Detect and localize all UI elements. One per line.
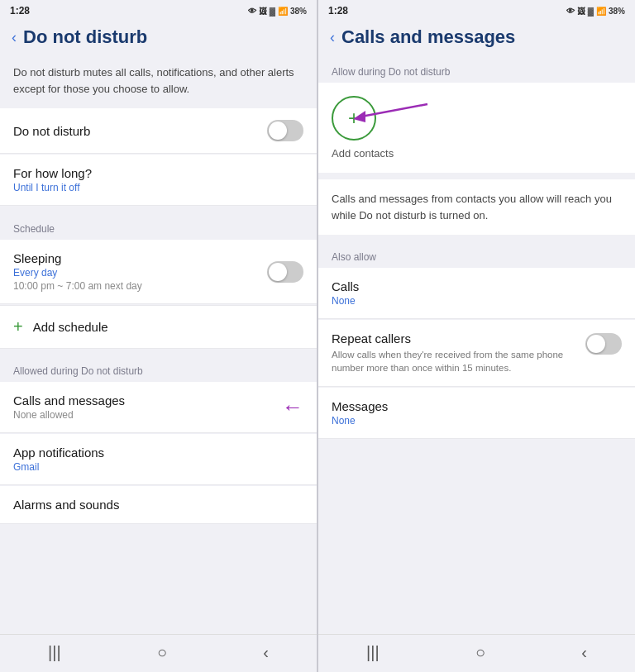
recent-apps-btn[interactable]: ||| <box>48 643 61 662</box>
purple-arrow-calls: ← <box>282 394 303 420</box>
recent-apps-btn-r[interactable]: ||| <box>366 643 380 662</box>
wifi-icon: ▓ <box>270 7 275 16</box>
app-notifications-sublabel: Gmail <box>13 461 303 473</box>
content-right: Allow during Do not disturb + Add contac… <box>318 56 635 634</box>
status-bar-left: 1:28 👁 🖼 ▓ 📶 38% <box>0 0 317 20</box>
allowed-section-label: Allowed during Do not disturb <box>0 355 317 382</box>
status-icons-right: 👁 🖼 ▓ 📶 38% <box>566 7 625 16</box>
dnd-description: Do not disturb mutes all calls, notifica… <box>0 56 317 108</box>
calls-value: None <box>332 295 622 307</box>
svg-marker-1 <box>353 111 365 122</box>
bottom-nav-right: ||| ○ ‹ <box>318 634 635 672</box>
sleeping-sublabel2: 10:00 pm ~ 7:00 am next day <box>13 280 142 292</box>
also-allow-label: Also allow <box>318 241 635 268</box>
add-schedule-icon: + <box>13 317 23 336</box>
home-btn-r[interactable]: ○ <box>475 643 485 662</box>
dnd-label: Do not disturb <box>13 124 90 138</box>
sleeping-label: Sleeping <box>13 251 142 265</box>
messages-label: Messages <box>332 399 622 413</box>
right-screen: 1:28 👁 🖼 ▓ 📶 38% ‹ Calls and messages Al… <box>318 0 635 672</box>
wifi-icon-r: ▓ <box>588 7 594 16</box>
battery-left: 38% <box>290 7 307 16</box>
time-right: 1:28 <box>328 5 348 17</box>
time-left: 1:28 <box>10 5 30 17</box>
top-nav-right: ‹ Calls and messages <box>318 20 635 56</box>
page-title-left: Do not disturb <box>23 26 147 48</box>
content-left: Do not disturb mutes all calls, notifica… <box>0 56 317 634</box>
alarms-row[interactable]: Alarms and sounds <box>0 486 317 524</box>
svg-line-0 <box>361 104 427 117</box>
repeat-callers-row[interactable]: Repeat callers Allow calls when they're … <box>318 320 635 387</box>
purple-arrow-contacts <box>337 88 436 129</box>
bottom-nav-left: ||| ○ ‹ <box>0 634 317 672</box>
repeat-callers-label: Repeat callers <box>332 331 579 346</box>
add-schedule-row[interactable]: + Add schedule <box>0 305 317 349</box>
calls-row[interactable]: Calls None <box>318 268 635 319</box>
alarms-label: Alarms and sounds <box>13 498 303 512</box>
dnd-toggle-row[interactable]: Do not disturb <box>0 108 317 154</box>
photo-icon: 🖼 <box>259 7 267 16</box>
sleeping-toggle[interactable] <box>267 261 303 283</box>
sleeping-sublabel1: Every day <box>13 267 142 279</box>
messages-row[interactable]: Messages None <box>318 388 635 439</box>
messages-value: None <box>332 415 622 427</box>
back-button-left[interactable]: ‹ <box>12 29 17 46</box>
battery-right: 38% <box>609 7 625 16</box>
back-button-right[interactable]: ‹ <box>330 29 335 46</box>
how-long-label: For how long? <box>13 166 303 180</box>
allow-section-label: Allow during Do not disturb <box>318 56 635 83</box>
left-screen: 1:28 👁 🖼 ▓ 📶 38% ‹ Do not disturb Do not… <box>0 0 318 672</box>
status-bar-right: 1:28 👁 🖼 ▓ 📶 38% <box>318 0 635 20</box>
home-btn[interactable]: ○ <box>157 643 167 662</box>
signal-icon-r: 📶 <box>596 7 606 16</box>
add-contacts-label: Add contacts <box>332 147 622 160</box>
calls-messages-row[interactable]: Calls and messages None allowed ← <box>0 382 317 433</box>
how-long-row[interactable]: For how long? Until I turn it off <box>0 155 317 206</box>
status-icons-left: 👁 🖼 ▓ 📶 38% <box>248 7 307 16</box>
calls-label: Calls <box>332 279 622 293</box>
photo-icon-r: 🖼 <box>577 7 585 16</box>
repeat-callers-toggle[interactable] <box>585 333 622 355</box>
dnd-toggle[interactable] <box>267 120 303 141</box>
app-notifications-label: App notifications <box>13 446 303 460</box>
add-schedule-label: Add schedule <box>33 320 108 334</box>
repeat-callers-desc: Allow calls when they're received from t… <box>332 348 579 374</box>
eye-icon: 👁 <box>248 7 256 16</box>
back-nav-btn[interactable]: ‹ <box>263 643 269 662</box>
back-nav-btn-r[interactable]: ‹ <box>581 643 587 662</box>
app-notifications-row[interactable]: App notifications Gmail <box>0 434 317 485</box>
schedule-section-label: Schedule <box>0 213 317 240</box>
top-nav-left: ‹ Do not disturb <box>0 20 317 56</box>
sleeping-row[interactable]: Sleeping Every day 10:00 pm ~ 7:00 am ne… <box>0 240 317 304</box>
eye-icon-r: 👁 <box>566 7 575 16</box>
how-long-value: Until I turn it off <box>13 182 303 193</box>
page-title-right: Calls and messages <box>341 26 515 48</box>
add-contacts-section: + Add contacts <box>318 83 635 173</box>
calls-messages-sublabel: None allowed <box>13 409 125 421</box>
signal-icon: 📶 <box>278 7 288 16</box>
calls-messages-label: Calls and messages <box>13 393 125 407</box>
info-card: Calls and messages from contacts you all… <box>318 179 635 235</box>
